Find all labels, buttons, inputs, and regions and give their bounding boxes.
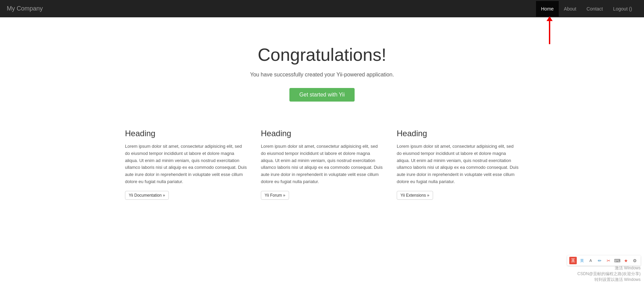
cta-button[interactable]: Get started with Yii [289, 88, 354, 102]
hero-heading: Congratulations! [7, 44, 637, 65]
column-1-link[interactable]: Yii Documentation » [125, 191, 169, 200]
nav-link-about[interactable]: About [559, 1, 582, 17]
column-2: Heading Lorem ipsum dolor sit amet, cons… [261, 129, 383, 200]
navbar: My Company Home About Contact Logout () [0, 0, 644, 17]
nav-item-logout[interactable]: Logout () [608, 1, 637, 17]
hero-section: Congratulations! You have successfully c… [0, 17, 644, 122]
content-section: Heading Lorem ipsum dolor sit amet, cons… [118, 122, 526, 220]
column-3: Heading Lorem ipsum dolor sit amet, cons… [397, 129, 519, 200]
column-3-heading: Heading [397, 129, 519, 138]
navbar-brand[interactable]: My Company [7, 0, 43, 17]
hero-subtext: You have successfully created your Yii-p… [7, 72, 637, 78]
column-1-body: Lorem ipsum dolor sit amet, consectetur … [125, 143, 247, 185]
column-1: Heading Lorem ipsum dolor sit amet, cons… [125, 129, 247, 200]
nav-item-contact[interactable]: Contact [582, 1, 608, 17]
column-2-heading: Heading [261, 129, 383, 138]
navbar-nav: Home About Contact Logout () [536, 1, 637, 17]
nav-item-home[interactable]: Home [536, 1, 559, 17]
columns-container: Heading Lorem ipsum dolor sit amet, cons… [118, 129, 526, 200]
column-1-heading: Heading [125, 129, 247, 138]
nav-link-home[interactable]: Home [536, 1, 559, 17]
nav-link-contact[interactable]: Contact [582, 1, 608, 17]
column-2-body: Lorem ipsum dolor sit amet, consectetur … [261, 143, 383, 185]
nav-item-about[interactable]: About [559, 1, 582, 17]
column-3-body: Lorem ipsum dolor sit amet, consectetur … [397, 143, 519, 185]
column-3-link[interactable]: Yii Extensions » [397, 191, 433, 200]
nav-link-logout[interactable]: Logout () [608, 1, 637, 17]
column-2-link[interactable]: Yii Forum » [261, 191, 289, 200]
